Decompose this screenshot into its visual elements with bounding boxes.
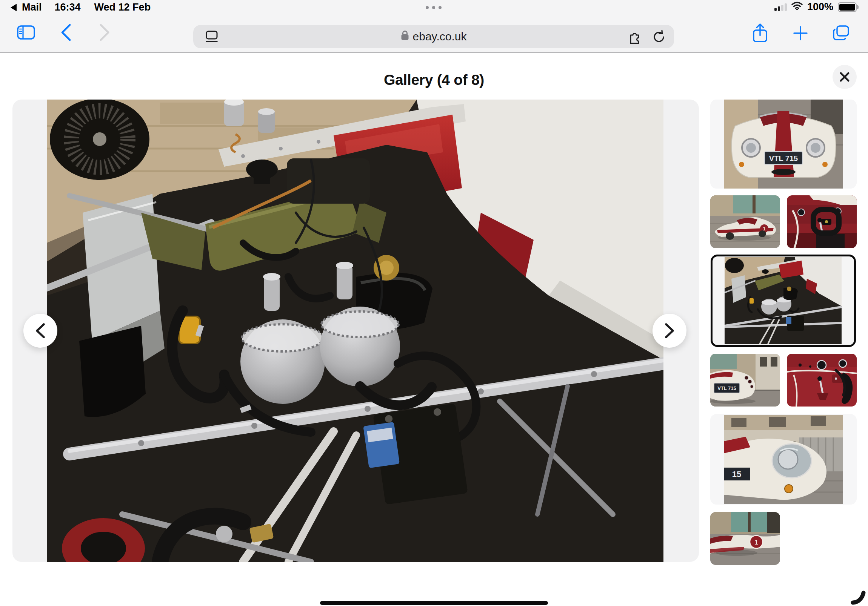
address-bar[interactable]: ebay.co.uk xyxy=(193,25,674,48)
sidebar-toggle-button[interactable] xyxy=(17,24,36,41)
new-tab-button[interactable] xyxy=(792,25,809,42)
forward-button[interactable] xyxy=(98,23,112,42)
toolbar-divider xyxy=(0,52,868,53)
wifi-icon xyxy=(791,1,803,13)
roundel-text: 1 xyxy=(755,539,758,546)
chevron-left-icon xyxy=(34,322,47,339)
plate-text: 15 xyxy=(732,470,741,479)
status-bar: Mail 16:34 Wed 12 Feb 100% xyxy=(0,0,868,13)
extensions-icon[interactable] xyxy=(626,29,643,45)
page-title: Gallery (4 of 8) xyxy=(0,72,868,88)
previous-photo-button[interactable] xyxy=(23,314,57,348)
chevron-right-icon xyxy=(663,322,676,339)
back-to-app-icon[interactable] xyxy=(11,4,17,11)
share-button[interactable] xyxy=(751,22,769,44)
battery-percent: 100% xyxy=(807,1,833,13)
multitasking-dots-icon[interactable] xyxy=(426,6,442,9)
cellular-signal-icon xyxy=(774,3,787,11)
thumbnail-side-top-view[interactable]: 1 xyxy=(710,195,780,248)
back-button[interactable] xyxy=(59,23,73,42)
thumbnail-engine-bay-selected[interactable] xyxy=(711,255,856,347)
home-indicator[interactable] xyxy=(320,601,548,605)
tabs-overview-button[interactable] xyxy=(832,24,851,42)
next-photo-button[interactable] xyxy=(653,314,687,348)
plate-text: VTL 715 xyxy=(718,385,736,391)
thumbnail-rear-view[interactable]: VTL 715 xyxy=(710,354,780,407)
thumbnail-dashboard-closeup[interactable] xyxy=(787,354,857,407)
thumbnail-side-roundel-view[interactable]: 1 xyxy=(710,512,780,565)
lock-icon xyxy=(401,30,409,43)
thumbnail-front-fender-closeup[interactable]: 15 xyxy=(710,414,857,505)
status-time: 16:34 xyxy=(55,2,81,13)
thumbnail-cockpit-view[interactable] xyxy=(787,195,857,248)
thumbnail-front-view[interactable]: VTL 715 xyxy=(710,100,857,189)
plate-text: VTL 715 xyxy=(769,154,798,162)
back-to-app-label[interactable]: Mail xyxy=(22,2,42,13)
ipad-screen: { "status_bar": { "back_to_app": "Mail",… xyxy=(0,0,868,606)
status-date: Wed 12 Feb xyxy=(95,2,151,13)
pen-scribble-mark xyxy=(849,587,868,606)
reload-button[interactable] xyxy=(651,29,667,45)
close-button[interactable] xyxy=(832,65,857,89)
close-icon xyxy=(839,71,850,83)
main-photo-engine-bay[interactable] xyxy=(47,100,663,562)
address-domain[interactable]: ebay.co.uk xyxy=(413,30,467,43)
battery-icon xyxy=(838,2,857,12)
